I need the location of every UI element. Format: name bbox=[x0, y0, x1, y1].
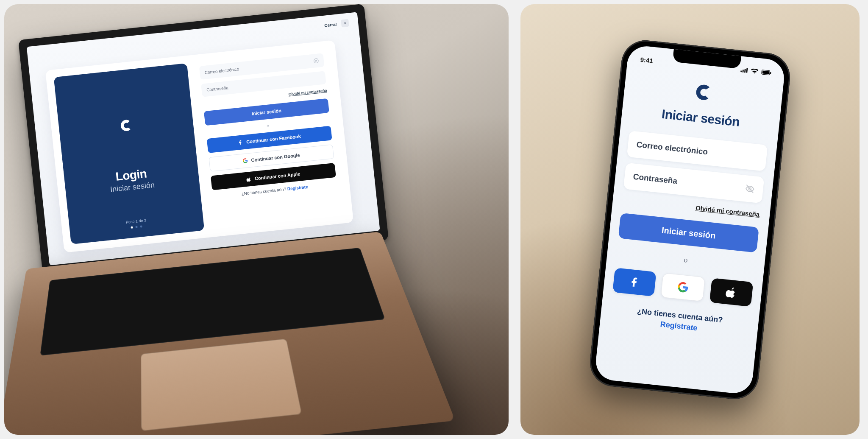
google-icon bbox=[242, 158, 248, 163]
facebook-icon bbox=[629, 276, 641, 288]
phone-mockup-panel: 9:41 Iniciar sesión Cor bbox=[520, 4, 860, 435]
hero-panel: Login Iniciar sesión Paso 1 de 3 bbox=[54, 63, 204, 244]
facebook-button-label: Continuar con Facebook bbox=[246, 134, 301, 144]
signal-icon bbox=[740, 67, 748, 73]
apple-icon bbox=[725, 286, 737, 298]
svg-rect-5 bbox=[744, 68, 746, 72]
eye-off-icon[interactable] bbox=[745, 184, 755, 194]
continue-apple-button[interactable] bbox=[709, 278, 754, 307]
login-card: Login Iniciar sesión Paso 1 de 3 Correo … bbox=[45, 40, 353, 252]
trackpad bbox=[141, 338, 302, 431]
status-time: 9:41 bbox=[640, 56, 654, 64]
svg-rect-4 bbox=[743, 70, 744, 73]
hero-title: Login bbox=[115, 167, 147, 184]
laptop-device: Cerrar × Login Iniciar sesión Paso 1 de … bbox=[18, 4, 389, 276]
separator-or: o bbox=[616, 249, 755, 271]
password-label: Contraseña bbox=[206, 85, 229, 92]
svg-rect-9 bbox=[770, 72, 771, 73]
svg-rect-3 bbox=[740, 70, 742, 72]
brand-c-logo-icon bbox=[690, 78, 718, 106]
apple-button-label: Continuar con Apple bbox=[254, 171, 300, 181]
step-dots bbox=[126, 225, 147, 229]
email-label: Correo electrónico bbox=[204, 67, 239, 75]
signup-link[interactable]: Regístrate bbox=[287, 185, 308, 191]
close-icon[interactable]: × bbox=[341, 19, 349, 28]
phone-screen: 9:41 Iniciar sesión Cor bbox=[594, 44, 786, 395]
battery-icon bbox=[761, 69, 772, 75]
svg-rect-6 bbox=[746, 68, 748, 73]
email-label: Correo electrónico bbox=[636, 140, 708, 157]
laptop-screen: Cerrar × Login Iniciar sesión Paso 1 de … bbox=[27, 12, 380, 265]
login-form: Correo electrónico Contraseña Olvidé mi … bbox=[193, 40, 353, 237]
svg-rect-8 bbox=[762, 70, 769, 74]
brand-c-logo-icon bbox=[116, 115, 140, 169]
apple-icon bbox=[246, 176, 252, 182]
step-indicator: Paso 1 de 3 bbox=[126, 218, 147, 229]
continue-google-button[interactable] bbox=[661, 273, 706, 302]
step-label: Paso 1 de 3 bbox=[126, 218, 147, 224]
signup-prompt: ¿No tienes cuenta aún? Regístrate bbox=[609, 304, 749, 338]
signup-text: ¿No tienes cuenta aún? bbox=[241, 187, 288, 196]
wifi-icon bbox=[751, 68, 759, 74]
page-title: Iniciar sesión bbox=[631, 103, 771, 132]
google-icon bbox=[677, 281, 689, 293]
continue-facebook-button[interactable] bbox=[612, 268, 657, 296]
password-label: Contraseña bbox=[633, 172, 678, 186]
clear-icon[interactable] bbox=[313, 58, 319, 64]
laptop-mockup-panel: Cerrar × Login Iniciar sesión Paso 1 de … bbox=[4, 4, 509, 435]
keyboard bbox=[40, 248, 385, 356]
submit-button[interactable]: Iniciar sesión bbox=[618, 213, 759, 252]
phone-device: 9:41 Iniciar sesión Cor bbox=[587, 38, 793, 401]
close-button[interactable]: Cerrar bbox=[324, 22, 337, 28]
facebook-icon bbox=[238, 140, 243, 145]
google-button-label: Continuar con Google bbox=[251, 152, 300, 162]
social-login-row bbox=[612, 268, 753, 307]
